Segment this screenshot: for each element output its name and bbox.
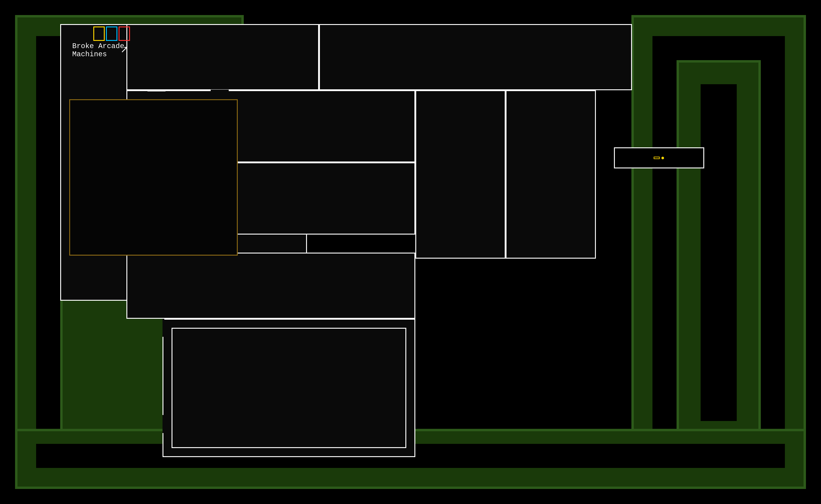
arcade-box-red xyxy=(118,26,130,41)
goldies-hallway-label xyxy=(654,157,660,159)
hallway5-room[interactable] xyxy=(319,24,632,90)
arrow-indicator: ↗ xyxy=(120,44,128,56)
arcade-box-yellow xyxy=(93,26,105,41)
arcade-box-blue xyxy=(106,26,117,41)
door-gap-1 xyxy=(147,90,165,91)
broke-arcade-label: Broke Arcade Machines xyxy=(72,42,124,58)
goldie-dot: ● xyxy=(661,155,665,161)
door-gap-2 xyxy=(211,90,229,91)
office-door-gap-left xyxy=(162,319,164,337)
arcade-boxes xyxy=(93,26,130,41)
stage-room[interactable] xyxy=(69,99,238,256)
goldies-hallway-room[interactable]: ● xyxy=(614,147,704,168)
office-door-gap-bottom xyxy=(162,415,164,433)
storage-room[interactable] xyxy=(126,24,319,90)
hallway3-room[interactable] xyxy=(415,90,506,259)
office-room[interactable] xyxy=(171,328,406,448)
hallway6-room[interactable] xyxy=(126,253,415,319)
inner-cutout-right2 xyxy=(701,84,737,421)
hallway4-room[interactable] xyxy=(506,90,596,259)
